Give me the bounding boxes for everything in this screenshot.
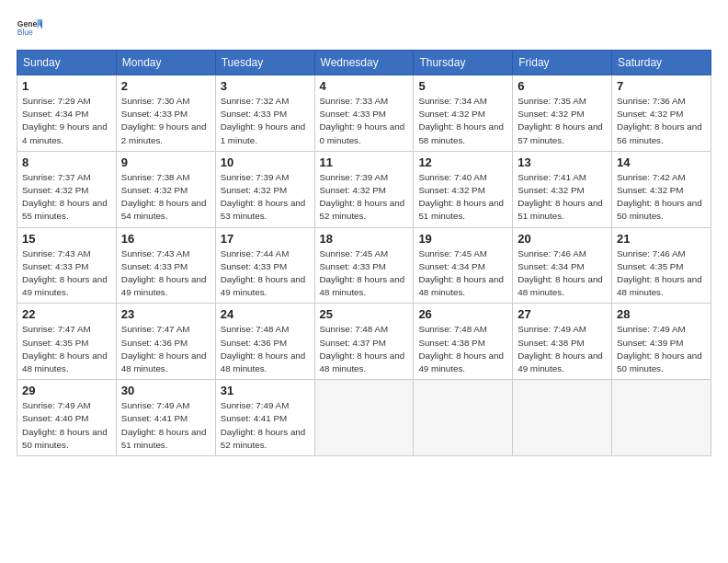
sunset-label: Sunset: 4:41 PM [221, 413, 287, 423]
daylight-label: Daylight: 8 hours and 48 minutes. [418, 274, 504, 297]
calendar-week-1: 1 Sunrise: 7:29 AM Sunset: 4:34 PM Dayli… [17, 75, 711, 152]
day-number: 29 [22, 384, 111, 397]
day-number: 7 [617, 79, 706, 93]
calendar-table: SundayMondayTuesdayWednesdayThursdayFrid… [17, 50, 711, 456]
sunrise-label: Sunrise: 7:36 AM [617, 96, 686, 106]
sunset-label: Sunset: 4:40 PM [22, 413, 88, 423]
sunset-label: Sunset: 4:32 PM [617, 109, 683, 119]
day-number: 24 [221, 307, 310, 321]
day-info: Sunrise: 7:33 AM Sunset: 4:33 PM Dayligh… [320, 95, 409, 147]
sunrise-label: Sunrise: 7:46 AM [617, 248, 686, 259]
sunrise-label: Sunrise: 7:33 AM [320, 96, 389, 106]
sunset-label: Sunset: 4:39 PM [617, 338, 683, 348]
sunrise-label: Sunrise: 7:35 AM [518, 96, 586, 106]
day-info: Sunrise: 7:47 AM Sunset: 4:35 PM Dayligh… [22, 323, 111, 375]
sunset-label: Sunset: 4:36 PM [121, 338, 188, 348]
day-number: 1 [22, 79, 111, 93]
weekday-wednesday: Wednesday [314, 51, 414, 75]
sunset-label: Sunset: 4:38 PM [418, 338, 484, 348]
day-number: 10 [221, 155, 310, 169]
calendar-week-5: 29 Sunrise: 7:49 AM Sunset: 4:40 PM Dayl… [17, 380, 711, 456]
day-number: 26 [418, 307, 507, 321]
calendar-cell: 1 Sunrise: 7:29 AM Sunset: 4:34 PM Dayli… [17, 75, 117, 152]
page: General Blue SundayMondayTuesdayWednesda… [0, 0, 728, 465]
sunset-label: Sunset: 4:32 PM [221, 185, 287, 195]
day-info: Sunrise: 7:49 AM Sunset: 4:41 PM Dayligh… [221, 399, 310, 452]
calendar-cell: 11 Sunrise: 7:39 AM Sunset: 4:32 PM Dayl… [314, 151, 414, 227]
day-info: Sunrise: 7:48 AM Sunset: 4:37 PM Dayligh… [320, 323, 409, 375]
day-info: Sunrise: 7:34 AM Sunset: 4:32 PM Dayligh… [418, 95, 507, 147]
calendar-cell: 25 Sunrise: 7:48 AM Sunset: 4:37 PM Dayl… [314, 304, 414, 380]
day-info: Sunrise: 7:48 AM Sunset: 4:38 PM Dayligh… [418, 323, 507, 375]
daylight-label: Daylight: 8 hours and 58 minutes. [418, 121, 504, 144]
sunrise-label: Sunrise: 7:48 AM [320, 324, 389, 334]
calendar-cell: 27 Sunrise: 7:49 AM Sunset: 4:38 PM Dayl… [513, 304, 612, 380]
day-info: Sunrise: 7:38 AM Sunset: 4:32 PM Dayligh… [121, 171, 210, 224]
sunset-label: Sunset: 4:35 PM [22, 338, 88, 348]
sunrise-label: Sunrise: 7:45 AM [320, 248, 389, 259]
sunset-label: Sunset: 4:33 PM [221, 109, 287, 119]
daylight-label: Daylight: 8 hours and 55 minutes. [22, 198, 108, 221]
day-number: 21 [617, 232, 706, 246]
calendar-cell: 15 Sunrise: 7:43 AM Sunset: 4:33 PM Dayl… [17, 227, 117, 304]
day-number: 8 [22, 155, 111, 169]
sunrise-label: Sunrise: 7:49 AM [518, 324, 586, 334]
day-info: Sunrise: 7:30 AM Sunset: 4:33 PM Dayligh… [121, 95, 210, 147]
day-info: Sunrise: 7:48 AM Sunset: 4:36 PM Dayligh… [221, 323, 310, 375]
daylight-label: Daylight: 8 hours and 49 minutes. [22, 274, 108, 297]
sunrise-label: Sunrise: 7:45 AM [418, 248, 487, 259]
sunrise-label: Sunrise: 7:49 AM [121, 400, 190, 410]
weekday-sunday: Sunday [17, 51, 117, 75]
sunrise-label: Sunrise: 7:47 AM [22, 324, 91, 334]
calendar-week-4: 22 Sunrise: 7:47 AM Sunset: 4:35 PM Dayl… [17, 304, 711, 380]
sunrise-label: Sunrise: 7:49 AM [617, 324, 686, 334]
day-info: Sunrise: 7:46 AM Sunset: 4:35 PM Dayligh… [617, 247, 706, 300]
day-info: Sunrise: 7:40 AM Sunset: 4:32 PM Dayligh… [418, 171, 507, 224]
day-number: 17 [221, 232, 310, 246]
day-info: Sunrise: 7:29 AM Sunset: 4:34 PM Dayligh… [22, 95, 111, 147]
day-number: 18 [320, 232, 409, 246]
weekday-monday: Monday [116, 51, 215, 75]
generalblue-logo-icon: General Blue [17, 17, 42, 42]
calendar-cell: 2 Sunrise: 7:30 AM Sunset: 4:33 PM Dayli… [116, 75, 215, 152]
sunset-label: Sunset: 4:32 PM [617, 185, 683, 195]
calendar-cell: 13 Sunrise: 7:41 AM Sunset: 4:32 PM Dayl… [513, 151, 612, 227]
sunrise-label: Sunrise: 7:42 AM [617, 172, 686, 182]
calendar-cell: 8 Sunrise: 7:37 AM Sunset: 4:32 PM Dayli… [17, 151, 117, 227]
calendar-cell: 19 Sunrise: 7:45 AM Sunset: 4:34 PM Dayl… [414, 227, 513, 304]
sunset-label: Sunset: 4:33 PM [221, 261, 287, 271]
day-number: 3 [221, 79, 310, 93]
calendar-cell: 4 Sunrise: 7:33 AM Sunset: 4:33 PM Dayli… [314, 75, 414, 152]
calendar-cell: 16 Sunrise: 7:43 AM Sunset: 4:33 PM Dayl… [116, 227, 215, 304]
daylight-label: Daylight: 8 hours and 53 minutes. [221, 198, 306, 221]
sunset-label: Sunset: 4:41 PM [121, 413, 188, 423]
day-info: Sunrise: 7:44 AM Sunset: 4:33 PM Dayligh… [221, 247, 310, 300]
calendar-cell: 14 Sunrise: 7:42 AM Sunset: 4:32 PM Dayl… [612, 151, 711, 227]
day-number: 20 [518, 232, 607, 246]
sunset-label: Sunset: 4:35 PM [617, 261, 683, 271]
day-number: 9 [121, 155, 210, 169]
sunrise-label: Sunrise: 7:49 AM [22, 400, 91, 410]
daylight-label: Daylight: 8 hours and 48 minutes. [518, 274, 603, 297]
sunset-label: Sunset: 4:32 PM [22, 185, 88, 195]
sunrise-label: Sunrise: 7:43 AM [121, 248, 190, 259]
daylight-label: Daylight: 8 hours and 52 minutes. [320, 198, 405, 221]
daylight-label: Daylight: 8 hours and 51 minutes. [121, 427, 207, 450]
sunset-label: Sunset: 4:32 PM [418, 109, 484, 119]
sunset-label: Sunset: 4:38 PM [518, 338, 584, 348]
calendar-cell: 29 Sunrise: 7:49 AM Sunset: 4:40 PM Dayl… [17, 380, 117, 456]
sunset-label: Sunset: 4:34 PM [418, 261, 484, 271]
sunrise-label: Sunrise: 7:46 AM [518, 248, 586, 259]
daylight-label: Daylight: 8 hours and 54 minutes. [121, 198, 207, 221]
sunset-label: Sunset: 4:32 PM [121, 185, 188, 195]
sunrise-label: Sunrise: 7:47 AM [121, 324, 190, 334]
calendar-cell: 7 Sunrise: 7:36 AM Sunset: 4:32 PM Dayli… [612, 75, 711, 152]
day-number: 6 [518, 79, 607, 93]
daylight-label: Daylight: 8 hours and 50 minutes. [617, 198, 702, 221]
sunrise-label: Sunrise: 7:43 AM [22, 248, 91, 259]
sunset-label: Sunset: 4:33 PM [320, 109, 386, 119]
sunrise-label: Sunrise: 7:38 AM [121, 172, 190, 182]
sunset-label: Sunset: 4:36 PM [221, 338, 287, 348]
daylight-label: Daylight: 8 hours and 56 minutes. [617, 121, 702, 144]
sunset-label: Sunset: 4:33 PM [121, 109, 188, 119]
